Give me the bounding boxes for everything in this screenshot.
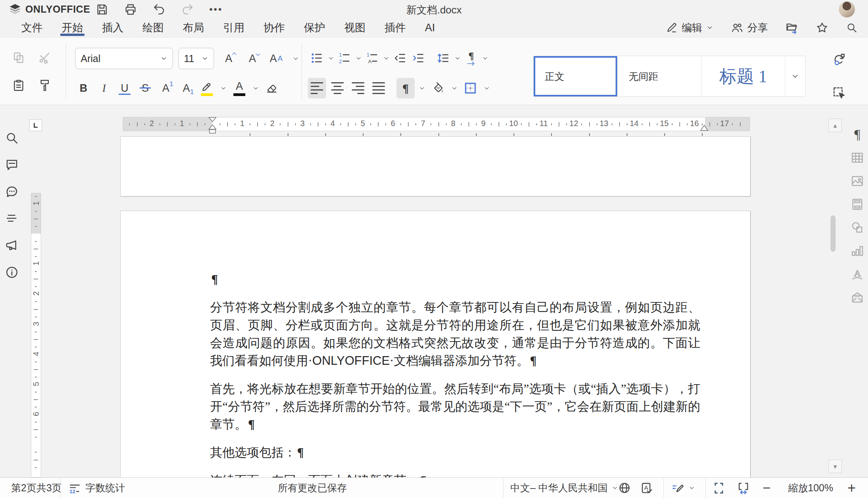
- style-gallery-expand-button[interactable]: [785, 56, 805, 96]
- redo-button[interactable]: [180, 2, 195, 17]
- multilevel-list-button[interactable]: 1 A: [363, 48, 381, 68]
- font-name-select[interactable]: Arial: [75, 48, 173, 69]
- track-changes-button[interactable]: [671, 478, 695, 498]
- tab-view[interactable]: 视图: [335, 18, 375, 37]
- style-heading-1[interactable]: 标题 1: [701, 56, 785, 96]
- sidebar-comments-button[interactable]: [4, 157, 19, 172]
- scroll-up-button[interactable]: ▲: [828, 119, 842, 132]
- tab-stop-selector[interactable]: [29, 119, 42, 131]
- paragraph[interactable]: 连续页面：在同一页面上创建新章节。¶: [210, 472, 700, 477]
- highlight-color-menu-button[interactable]: [218, 78, 228, 98]
- more-actions-button[interactable]: •••: [209, 2, 223, 17]
- document-language-button[interactable]: [618, 478, 631, 498]
- format-painter-button[interactable]: [36, 75, 54, 96]
- superscript-button[interactable]: A 1: [157, 78, 175, 98]
- underline-button[interactable]: U: [116, 78, 134, 98]
- shape-settings-button[interactable]: [850, 221, 864, 235]
- increase-font-size-button[interactable]: A: [220, 48, 238, 69]
- undo-button[interactable]: [152, 2, 166, 17]
- tab-plugins[interactable]: 插件: [375, 18, 415, 37]
- document-content[interactable]: ¶分节符将文档分割成多个独立的章节。每个章节都可以有自己的布局设置，例如页边距、…: [121, 211, 750, 477]
- tab-insert[interactable]: 插入: [93, 18, 133, 37]
- change-case-button[interactable]: A A: [267, 48, 285, 69]
- line-spacing-menu-button[interactable]: [453, 48, 462, 68]
- right-indent-marker[interactable]: [700, 125, 708, 131]
- bold-button[interactable]: B: [74, 78, 93, 98]
- fit-page-button[interactable]: [712, 478, 726, 498]
- paragraph[interactable]: ¶: [210, 270, 700, 288]
- page-indicator[interactable]: 第2页共3页: [11, 478, 62, 498]
- chart-settings-button[interactable]: [850, 244, 864, 258]
- numbered-list-button[interactable]: 1 2: [335, 48, 354, 68]
- paragraph[interactable]: 首先，将光标放在想要新章节开始的位置。然后转到“布局”选项卡（或“插入”选项卡）…: [210, 380, 700, 433]
- increase-indent-button[interactable]: [409, 48, 427, 68]
- user-avatar[interactable]: [839, 1, 855, 17]
- copy-button[interactable]: [9, 47, 28, 68]
- tab-file[interactable]: 文件: [12, 18, 52, 37]
- paragraph-direction-button[interactable]: ¶: [462, 48, 480, 68]
- font-color-menu-button[interactable]: [251, 78, 260, 98]
- paragraph-settings-button[interactable]: ¶: [850, 127, 864, 141]
- share-button[interactable]: 分享: [731, 21, 768, 35]
- borders-button[interactable]: [461, 78, 479, 98]
- show-formatting-marks-button[interactable]: ¶: [396, 78, 415, 98]
- favorite-button[interactable]: [816, 21, 828, 34]
- align-right-button[interactable]: [349, 78, 367, 98]
- sidebar-navigation-button[interactable]: [4, 211, 19, 226]
- zoom-out-button[interactable]: −: [763, 478, 771, 498]
- spell-check-button[interactable]: A: [640, 478, 654, 498]
- vertical-scrollbar-thumb[interactable]: [830, 215, 836, 252]
- word-count-button[interactable]: 12 字数统计: [68, 478, 125, 498]
- shading-menu-button[interactable]: [449, 78, 459, 98]
- language-selector[interactable]: 中文– 中华人民共和国: [510, 478, 618, 498]
- indent-markers[interactable]: [208, 117, 216, 131]
- strikethrough-button[interactable]: S: [136, 78, 154, 98]
- decrease-font-size-button[interactable]: A: [243, 48, 262, 69]
- align-center-button[interactable]: [328, 78, 347, 98]
- table-settings-button[interactable]: [850, 151, 864, 165]
- mail-merge-settings-button[interactable]: [850, 290, 864, 305]
- print-button[interactable]: [123, 2, 138, 17]
- replace-button[interactable]: [830, 49, 848, 70]
- formatting-marks-menu-button[interactable]: [417, 78, 426, 98]
- scroll-down-button[interactable]: ▼: [828, 460, 842, 473]
- text-art-settings-button[interactable]: A: [850, 267, 864, 281]
- decrease-indent-button[interactable]: [391, 48, 409, 68]
- sidebar-search-button[interactable]: [4, 130, 19, 145]
- multilevel-list-menu-button[interactable]: [381, 48, 391, 68]
- save-button[interactable]: [95, 2, 109, 17]
- image-settings-button[interactable]: [850, 174, 864, 188]
- sidebar-feedback-button[interactable]: [4, 238, 19, 253]
- tab-collaboration[interactable]: 协作: [254, 18, 294, 37]
- tab-protection[interactable]: 保护: [294, 18, 335, 37]
- italic-button[interactable]: I: [95, 78, 113, 98]
- sidebar-chat-button[interactable]: [4, 184, 19, 199]
- document-page-1[interactable]: [120, 136, 750, 196]
- tab-references[interactable]: 引用: [214, 18, 254, 37]
- change-case-menu-button[interactable]: [291, 48, 300, 69]
- zoom-in-button[interactable]: +: [847, 478, 856, 498]
- align-left-button[interactable]: [308, 78, 326, 98]
- paragraph-direction-menu-button[interactable]: [480, 48, 490, 68]
- tab-layout[interactable]: 布局: [173, 18, 214, 37]
- paragraph[interactable]: 分节符将文档分割成多个独立的章节。每个章节都可以有自己的布局设置，例如页边距、页…: [210, 298, 700, 370]
- open-file-location-button[interactable]: [785, 21, 798, 34]
- fit-width-button[interactable]: [737, 478, 750, 498]
- search-button[interactable]: [846, 22, 858, 34]
- select-tool-button[interactable]: [830, 83, 848, 103]
- document-page-2[interactable]: ¶分节符将文档分割成多个独立的章节。每个章节都可以有自己的布局设置，例如页边距、…: [120, 211, 750, 477]
- font-size-select[interactable]: 11: [178, 48, 214, 69]
- style-normal[interactable]: 正文: [534, 56, 618, 96]
- bullet-list-menu-button[interactable]: [326, 48, 335, 68]
- header-footer-settings-button[interactable]: [850, 197, 864, 211]
- highlight-color-button[interactable]: [198, 78, 216, 98]
- paste-button[interactable]: [9, 75, 28, 96]
- sidebar-about-button[interactable]: [4, 265, 19, 280]
- tab-draw[interactable]: 绘图: [133, 18, 173, 37]
- shading-button[interactable]: [429, 78, 447, 98]
- bullet-list-button[interactable]: [308, 48, 326, 68]
- justify-button[interactable]: [370, 78, 388, 98]
- line-spacing-button[interactable]: [434, 48, 453, 68]
- edit-mode-button[interactable]: 编辑: [666, 21, 713, 35]
- subscript-button[interactable]: A 1: [177, 78, 195, 98]
